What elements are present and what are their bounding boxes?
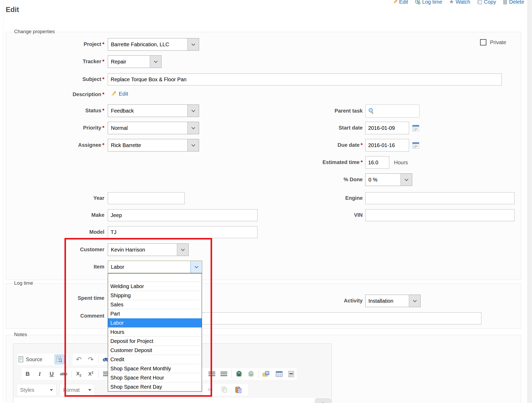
bold-button[interactable]: B <box>23 369 33 379</box>
div-container-icon <box>288 371 294 377</box>
priority-select[interactable]: Normal <box>108 122 199 134</box>
page-scrollbar[interactable] <box>528 0 532 403</box>
link-button[interactable] <box>234 369 244 379</box>
strikethrough-button[interactable]: abc <box>59 369 69 379</box>
source-button[interactable]: Source <box>19 354 50 364</box>
dropdown-option[interactable]: Shipping <box>108 291 202 300</box>
paste-button[interactable] <box>234 385 243 395</box>
dropdown-option[interactable] <box>108 273 202 282</box>
strikethrough-icon: abc <box>60 372 67 376</box>
chevron-down-icon <box>413 299 416 302</box>
make-input[interactable]: Jeep <box>108 209 258 221</box>
copy-button[interactable] <box>219 385 229 395</box>
edit-link[interactable]: Edit <box>392 0 408 5</box>
format-dropdown[interactable]: Format <box>60 384 95 396</box>
div-container-button[interactable] <box>286 369 296 379</box>
assignee-label: Assignee* <box>26 139 104 151</box>
dropdown-option[interactable]: Hours <box>108 328 202 337</box>
item-dropdown-list: Welding Labor Shipping Sales Part Labor … <box>108 273 202 392</box>
underline-button[interactable]: U <box>47 369 57 379</box>
tracker-label: Tracker* <box>26 55 104 67</box>
context-toolbar: Edit Log time ★ Watch Copy Delete <box>392 0 524 6</box>
justify-left-button[interactable] <box>207 369 217 379</box>
redo-button[interactable]: ↷ <box>86 354 96 364</box>
model-input[interactable]: TJ <box>108 226 258 238</box>
dropdown-option[interactable]: Welding Labor <box>108 282 202 291</box>
calendar-icon[interactable] <box>412 142 419 149</box>
priority-label: Priority* <box>26 122 104 134</box>
comment-label: Comment <box>26 310 104 322</box>
description-edit-link[interactable]: Edit <box>119 91 128 97</box>
dropdown-option-selected[interactable]: Labor <box>108 318 202 328</box>
page-title: Edit <box>6 6 19 14</box>
image-button[interactable] <box>261 369 271 379</box>
dropdown-option[interactable]: Shop Space Rent Hour <box>108 373 202 382</box>
status-select[interactable]: Feedback <box>108 104 199 117</box>
dropdown-option[interactable]: Credit <box>108 355 202 364</box>
italic-button[interactable]: I <box>35 369 45 379</box>
templates-button[interactable] <box>55 354 64 364</box>
change-properties-fieldset <box>6 32 521 280</box>
chevron-down-icon <box>404 177 408 181</box>
superscript-button[interactable]: X2 <box>86 369 96 379</box>
tracker-select[interactable]: Repair <box>108 55 162 68</box>
unlink-button[interactable] <box>246 369 256 379</box>
engine-input[interactable] <box>365 192 515 204</box>
year-input[interactable] <box>108 192 185 204</box>
table-button[interactable] <box>274 369 284 379</box>
styles-dropdown[interactable]: Styles <box>17 384 56 396</box>
editor-scroll-pill[interactable] <box>315 398 331 403</box>
calendar-icon[interactable] <box>412 125 419 131</box>
private-checkbox[interactable] <box>480 39 486 45</box>
start-date-input[interactable]: 2016-01-09 <box>365 122 409 134</box>
estimated-time-input[interactable]: 16.0 <box>365 156 389 169</box>
justify-block-button[interactable] <box>219 369 229 379</box>
chevron-down-icon <box>191 42 195 46</box>
redo-icon: ↷ <box>88 355 94 363</box>
subscript-icon: X2 <box>76 371 81 377</box>
year-label: Year <box>26 192 104 204</box>
change-properties-legend: Change properties <box>13 28 56 35</box>
parent-task-input[interactable] <box>365 104 420 118</box>
dropdown-option[interactable]: Part <box>108 309 202 318</box>
description-label: Description* <box>26 90 104 98</box>
parent-task-label: Parent task <box>258 104 363 117</box>
due-date-label: Due date* <box>258 139 363 151</box>
watch-link[interactable]: ★ Watch <box>449 0 470 5</box>
vin-label: VIN <box>258 209 363 221</box>
justify-block-icon <box>220 372 227 377</box>
cut-button[interactable]: ✂ <box>205 385 215 395</box>
subject-input[interactable]: Replace Torque Box & Floor Pan <box>108 73 502 85</box>
dropdown-option[interactable]: Shop Space Rent Monthly <box>108 364 202 373</box>
start-date-label: Start date <box>258 122 363 134</box>
editor-content-area[interactable] <box>14 398 331 403</box>
copy-link[interactable]: Copy <box>477 0 496 5</box>
vin-input[interactable] <box>365 209 515 221</box>
undo-button[interactable]: ↶ <box>74 354 84 364</box>
subscript-button[interactable]: X2 <box>74 369 84 379</box>
log-time-link[interactable]: Log time <box>415 0 442 5</box>
dropdown-option[interactable]: Shop Space Rent Day <box>108 382 202 392</box>
percent-done-select[interactable]: 0 % <box>365 173 412 186</box>
trash-icon <box>503 0 507 5</box>
due-date-input[interactable]: 2016-01-16 <box>365 139 409 151</box>
activity-select[interactable]: Installation <box>365 295 421 307</box>
delete-link[interactable]: Delete <box>503 0 524 5</box>
description-edit[interactable]: Edit <box>110 90 128 97</box>
item-select[interactable]: Labor <box>108 261 202 273</box>
customer-select[interactable]: Kevin Harrison <box>108 243 189 256</box>
dropdown-option[interactable]: Sales <box>108 300 202 309</box>
project-label: Project* <box>26 38 104 50</box>
assignee-select[interactable]: Rick Barrette <box>108 139 199 151</box>
copy-icon <box>477 0 482 5</box>
model-label: Model <box>26 226 104 238</box>
subject-label: Subject* <box>26 73 104 85</box>
underline-icon: U <box>50 371 54 377</box>
dropdown-option[interactable]: Deposit for Project <box>108 337 202 346</box>
table-icon <box>276 371 283 377</box>
status-label: Status* <box>26 104 104 116</box>
content-left-border <box>3 0 3 403</box>
dropdown-option[interactable]: Customer Deposit <box>108 346 202 355</box>
project-select[interactable]: Barrette Fabrication, LLC <box>108 38 199 51</box>
chevron-down-icon <box>181 247 184 251</box>
